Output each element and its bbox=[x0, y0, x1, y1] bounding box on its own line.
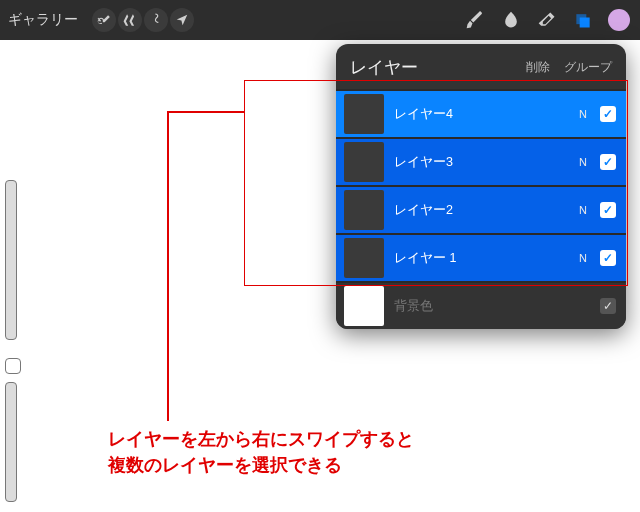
delete-button[interactable]: 削除 bbox=[526, 59, 550, 76]
transform-icon[interactable] bbox=[170, 8, 194, 32]
layer-thumbnail bbox=[344, 94, 384, 134]
visibility-checkbox[interactable] bbox=[600, 106, 616, 122]
layer-name: レイヤー4 bbox=[394, 106, 566, 123]
layer-row[interactable]: レイヤー 1N bbox=[336, 233, 626, 281]
layers-panel-header: レイヤー 削除 グループ bbox=[336, 44, 626, 89]
gallery-button[interactable]: ギャラリー bbox=[8, 11, 78, 29]
brush-size-slider[interactable] bbox=[5, 180, 17, 340]
layers-panel-actions: 削除 グループ bbox=[526, 59, 612, 76]
background-thumbnail bbox=[344, 286, 384, 326]
visibility-checkbox[interactable] bbox=[600, 250, 616, 266]
blend-mode-indicator[interactable]: N bbox=[576, 204, 590, 216]
wrench-icon[interactable] bbox=[92, 8, 116, 32]
annotation-text: レイヤーを左から右にスワイプすると複数のレイヤーを選択できる bbox=[108, 426, 414, 478]
smudge-icon[interactable] bbox=[500, 9, 522, 31]
toolbar-left-group bbox=[92, 8, 194, 32]
visibility-checkbox[interactable] bbox=[600, 202, 616, 218]
background-label: 背景色 bbox=[394, 298, 590, 315]
visibility-checkbox[interactable] bbox=[600, 154, 616, 170]
layer-row[interactable]: レイヤー3N bbox=[336, 137, 626, 185]
blend-mode-indicator[interactable]: N bbox=[576, 252, 590, 264]
modify-button[interactable] bbox=[5, 358, 21, 374]
background-row[interactable]: 背景色 bbox=[336, 281, 626, 329]
layer-row[interactable]: レイヤー4N bbox=[336, 89, 626, 137]
layer-list: レイヤー4Nレイヤー3Nレイヤー2Nレイヤー 1N bbox=[336, 89, 626, 281]
layer-name: レイヤー3 bbox=[394, 154, 566, 171]
background-visibility-checkbox[interactable] bbox=[600, 298, 616, 314]
blend-mode-indicator[interactable]: N bbox=[576, 156, 590, 168]
layer-thumbnail bbox=[344, 238, 384, 278]
layers-panel: レイヤー 削除 グループ レイヤー4Nレイヤー3Nレイヤー2Nレイヤー 1N 背… bbox=[336, 44, 626, 329]
top-toolbar: ギャラリー bbox=[0, 0, 640, 40]
layer-row[interactable]: レイヤー2N bbox=[336, 185, 626, 233]
brush-icon[interactable] bbox=[464, 9, 486, 31]
layers-icon[interactable] bbox=[572, 9, 594, 31]
layer-thumbnail bbox=[344, 190, 384, 230]
toolbar-right-group bbox=[464, 0, 630, 40]
adjustments-icon[interactable] bbox=[118, 8, 142, 32]
layer-name: レイヤー2 bbox=[394, 202, 566, 219]
layers-panel-title: レイヤー bbox=[350, 56, 418, 79]
sidebar bbox=[5, 180, 23, 502]
layer-thumbnail bbox=[344, 142, 384, 182]
blend-mode-indicator[interactable]: N bbox=[576, 108, 590, 120]
group-button[interactable]: グループ bbox=[564, 59, 612, 76]
layer-name: レイヤー 1 bbox=[394, 250, 566, 267]
opacity-slider[interactable] bbox=[5, 382, 17, 502]
color-swatch[interactable] bbox=[608, 9, 630, 31]
selection-icon[interactable] bbox=[144, 8, 168, 32]
eraser-icon[interactable] bbox=[536, 9, 558, 31]
